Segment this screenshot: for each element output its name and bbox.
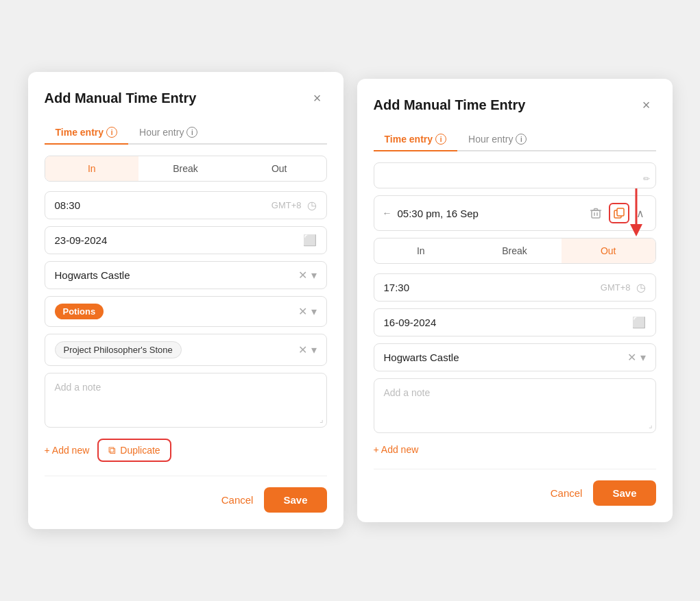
right-tabs: Time entry i Hour entry i (374, 128, 656, 151)
left-out-button[interactable]: Out (232, 156, 326, 181)
right-location-value: Hogwarts Castle (384, 352, 622, 363)
right-in-button[interactable]: In (374, 238, 468, 263)
left-tag2-clear-icon[interactable]: ✕ (298, 343, 307, 356)
left-timezone: GMT+8 (271, 200, 302, 210)
left-duplicate-button[interactable]: ⧉ Duplicate (97, 439, 171, 462)
left-tag1-field[interactable]: Potions ✕ ▾ (45, 296, 327, 327)
left-location-field[interactable]: Hogwarts Castle ✕ ▾ (45, 261, 327, 289)
right-location-chevron-icon[interactable]: ▾ (640, 351, 646, 364)
right-break-button[interactable]: Break (468, 238, 562, 263)
left-note-area[interactable]: Add a note ⌟ (45, 373, 327, 428)
left-location-clear-icon[interactable]: ✕ (298, 269, 307, 282)
left-date-value: 23-09-2024 (55, 234, 298, 246)
right-time-entry-info-icon: i (435, 134, 446, 145)
left-entry-type-row: In Break Out (45, 156, 327, 182)
left-cancel-button[interactable]: Cancel (221, 494, 254, 506)
right-note-placeholder: Add a note (384, 387, 431, 398)
right-location-field[interactable]: Hogwarts Castle ✕ ▾ (374, 343, 656, 371)
left-note-placeholder: Add a note (55, 382, 101, 393)
right-entry-arrow-icon: ← (383, 208, 392, 219)
left-duplicate-label: Duplicate (120, 445, 160, 456)
left-date-field[interactable]: 23-09-2024 ⬜ (45, 226, 327, 254)
right-timezone: GMT+8 (601, 282, 631, 293)
left-tag2-field[interactable]: Project Philosopher's Stone ✕ ▾ (45, 334, 327, 366)
right-note-area[interactable]: Add a note ⌟ (374, 378, 656, 433)
left-break-button[interactable]: Break (138, 156, 232, 181)
right-entry-header[interactable]: ✏ (374, 162, 656, 188)
left-tag1-chevron-icon[interactable]: ▾ (311, 305, 317, 318)
right-location-actions: ✕ ▾ (627, 351, 646, 364)
right-modal: Add Manual Time Entry × Time entry i Hou… (357, 79, 673, 522)
right-entry-type-row: In Break Out (374, 238, 656, 264)
left-calendar-icon: ⬜ (303, 234, 317, 247)
right-date-value: 16-09-2024 (384, 317, 627, 328)
left-close-button[interactable]: × (308, 88, 327, 108)
right-entry-time: 05:30 pm, 16 Sep (398, 208, 479, 219)
left-modal-header: Add Manual Time Entry × (45, 88, 327, 108)
left-tag1-clear-icon[interactable]: ✕ (298, 305, 307, 318)
right-delete-button[interactable] (587, 204, 605, 222)
left-modal: Add Manual Time Entry × Time entry i Hou… (28, 72, 343, 529)
left-time-field[interactable]: 08:30 GMT+8 ◷ (45, 191, 327, 219)
left-clock-icon: ◷ (307, 199, 317, 212)
svg-rect-0 (592, 210, 600, 218)
right-close-button[interactable]: × (637, 95, 656, 114)
left-tag2-actions: ✕ ▾ (298, 343, 317, 356)
right-modal-title: Add Manual Time Entry (374, 97, 526, 113)
left-save-button[interactable]: Save (264, 487, 326, 513)
left-actions-row: + Add new ⧉ Duplicate (45, 439, 327, 462)
left-footer: Cancel Save (45, 476, 327, 513)
left-tabs: Time entry i Hour entry i (45, 121, 327, 145)
right-location-clear-icon[interactable]: ✕ (627, 351, 636, 364)
left-tab-hour-entry[interactable]: Hour entry i (128, 121, 208, 145)
left-potions-tag: Potions (55, 304, 104, 319)
right-cancel-button[interactable]: Cancel (551, 487, 583, 499)
right-pencil-icon: ✏ (643, 174, 650, 184)
right-actions-row: + Add new (374, 444, 656, 455)
right-duplicate-button[interactable] (609, 203, 629, 223)
left-resize-handle: ⌟ (319, 415, 324, 424)
left-location-chevron-icon[interactable]: ▾ (311, 269, 317, 282)
right-save-button[interactable]: Save (593, 480, 655, 506)
left-duplicate-icon: ⧉ (108, 444, 116, 456)
svg-rect-2 (617, 208, 624, 216)
left-location-actions: ✕ ▾ (298, 269, 317, 282)
left-in-button[interactable]: In (45, 156, 139, 181)
left-project-tag: Project Philosopher's Stone (55, 341, 182, 358)
time-entry-info-icon: i (106, 127, 117, 138)
right-footer: Cancel Save (374, 469, 656, 506)
right-row-actions: ∧ (587, 203, 647, 223)
right-modal-header: Add Manual Time Entry × (374, 95, 656, 114)
hour-entry-info-icon: i (186, 127, 197, 138)
right-hour-entry-info-icon: i (516, 134, 527, 145)
right-collapse-button[interactable]: ∧ (633, 204, 647, 223)
right-resize-handle: ⌟ (649, 420, 653, 430)
right-time-value: 17:30 (384, 282, 601, 293)
left-time-value: 08:30 (55, 199, 271, 211)
right-calendar-icon: ⬜ (632, 316, 646, 329)
right-tab-time-entry[interactable]: Time entry i (374, 128, 458, 151)
right-out-button[interactable]: Out (562, 238, 655, 263)
right-tab-hour-entry[interactable]: Hour entry i (457, 128, 538, 151)
right-clock-icon: ◷ (636, 281, 646, 294)
left-modal-title: Add Manual Time Entry (45, 90, 197, 106)
left-add-new-button[interactable]: + Add new (45, 445, 90, 456)
left-location-value: Hogwarts Castle (55, 269, 293, 281)
right-time-entry-row: ← 05:30 pm, 16 Sep ∧ (374, 195, 656, 231)
right-time-field[interactable]: 17:30 GMT+8 ◷ (374, 273, 656, 302)
left-tag1-actions: ✕ ▾ (298, 305, 317, 318)
left-tag2-chevron-icon[interactable]: ▾ (311, 343, 317, 356)
right-add-new-button[interactable]: + Add new (374, 444, 419, 455)
left-tab-time-entry[interactable]: Time entry i (45, 121, 129, 145)
right-date-field[interactable]: 16-09-2024 ⬜ (374, 308, 656, 336)
